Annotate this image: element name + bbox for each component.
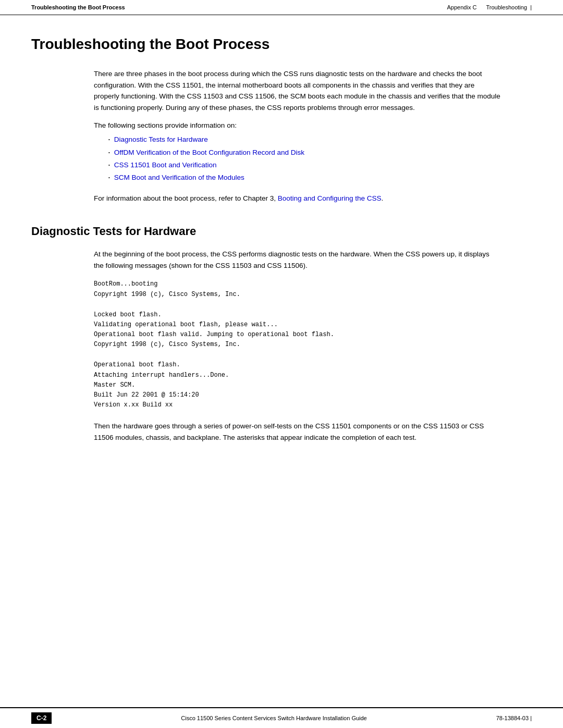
bullet-dot-4: • <box>108 174 110 181</box>
page-container: Troubleshooting the Boot Process Appendi… <box>0 0 563 728</box>
header-section: Troubleshooting <box>486 4 527 10</box>
section2-title: Diagnostic Tests for Hardware <box>31 225 532 238</box>
list-item: • Diagnostic Tests for Hardware <box>108 133 532 146</box>
header-left: Troubleshooting the Boot Process <box>31 4 125 10</box>
sections-intro: The following sections provide informati… <box>94 121 532 129</box>
code-block-1: BootRom...booting Copyright 1998 (c), Ci… <box>94 279 500 299</box>
footer-center-text: Cisco 11500 Series Content Services Swit… <box>62 715 485 721</box>
section2-paragraph2: Then the hardware goes through a series … <box>94 421 500 443</box>
list-item: • SCM Boot and Verification of the Modul… <box>108 171 532 184</box>
list-item: • OffDM Verification of the Boot Configu… <box>108 146 532 159</box>
code-block-2: Locked boot flash. Validating operationa… <box>94 310 500 350</box>
footer-right-text: 78-13884-03 | <box>496 715 532 721</box>
link-diagnostic[interactable]: Diagnostic Tests for Hardware <box>114 133 208 146</box>
header-bar: Troubleshooting the Boot Process Appendi… <box>0 0 563 15</box>
code-block-3: Operational boot flash. Attaching interr… <box>94 360 500 410</box>
ref-pre: For information about the boot process, … <box>94 194 278 202</box>
main-content: Troubleshooting the Boot Process There a… <box>0 15 563 483</box>
link-scm[interactable]: SCM Boot and Verification of the Modules <box>114 171 244 184</box>
link-offdm[interactable]: OffDM Verification of the Boot Configura… <box>114 146 304 159</box>
header-right: Appendix C Troubleshooting | <box>447 4 532 10</box>
footer-doc-number: 78-13884-03 <box>496 715 529 721</box>
bullet-dot-3: • <box>108 162 110 169</box>
ref-post: . <box>382 194 384 202</box>
ref-link[interactable]: Booting and Configuring the CSS <box>278 194 382 202</box>
footer-page-label: C-2 <box>31 712 52 724</box>
list-item: • CSS 11501 Boot and Verification <box>108 159 532 171</box>
footer: C-2 Cisco 11500 Series Content Services … <box>0 707 563 728</box>
page-title: Troubleshooting the Boot Process <box>31 36 532 53</box>
header-appendix: Appendix C <box>447 4 477 10</box>
bullet-dot-1: • <box>108 136 110 143</box>
intro-paragraph: There are three phases in the boot proce… <box>94 68 500 113</box>
link-css11501[interactable]: CSS 11501 Boot and Verification <box>114 159 217 171</box>
section2-paragraph: At the beginning of the boot process, th… <box>94 249 500 271</box>
bullet-dot-2: • <box>108 149 110 156</box>
ref-paragraph: For information about the boot process, … <box>94 193 500 204</box>
bullet-list: • Diagnostic Tests for Hardware • OffDM … <box>108 133 532 184</box>
